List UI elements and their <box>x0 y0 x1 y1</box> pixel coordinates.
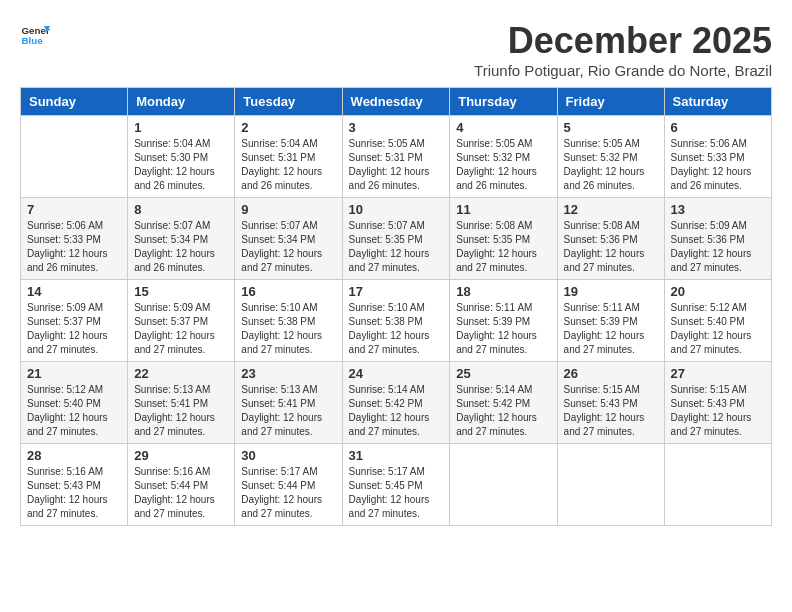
day-cell: 17Sunrise: 5:10 AM Sunset: 5:38 PM Dayli… <box>342 280 450 362</box>
day-number: 7 <box>27 202 121 217</box>
day-number: 4 <box>456 120 550 135</box>
day-cell: 30Sunrise: 5:17 AM Sunset: 5:44 PM Dayli… <box>235 444 342 526</box>
day-number: 18 <box>456 284 550 299</box>
weekday-header-friday: Friday <box>557 88 664 116</box>
month-title: December 2025 <box>474 20 772 62</box>
day-number: 26 <box>564 366 658 381</box>
day-info: Sunrise: 5:07 AM Sunset: 5:35 PM Dayligh… <box>349 219 444 275</box>
day-info: Sunrise: 5:14 AM Sunset: 5:42 PM Dayligh… <box>349 383 444 439</box>
day-info: Sunrise: 5:05 AM Sunset: 5:32 PM Dayligh… <box>564 137 658 193</box>
day-number: 8 <box>134 202 228 217</box>
day-cell: 13Sunrise: 5:09 AM Sunset: 5:36 PM Dayli… <box>664 198 771 280</box>
day-number: 1 <box>134 120 228 135</box>
day-number: 20 <box>671 284 765 299</box>
day-number: 28 <box>27 448 121 463</box>
day-cell: 16Sunrise: 5:10 AM Sunset: 5:38 PM Dayli… <box>235 280 342 362</box>
day-info: Sunrise: 5:10 AM Sunset: 5:38 PM Dayligh… <box>241 301 335 357</box>
day-info: Sunrise: 5:15 AM Sunset: 5:43 PM Dayligh… <box>564 383 658 439</box>
day-cell <box>664 444 771 526</box>
day-number: 19 <box>564 284 658 299</box>
day-number: 11 <box>456 202 550 217</box>
day-cell: 12Sunrise: 5:08 AM Sunset: 5:36 PM Dayli… <box>557 198 664 280</box>
day-info: Sunrise: 5:08 AM Sunset: 5:36 PM Dayligh… <box>564 219 658 275</box>
day-cell <box>21 116 128 198</box>
day-info: Sunrise: 5:08 AM Sunset: 5:35 PM Dayligh… <box>456 219 550 275</box>
day-cell: 26Sunrise: 5:15 AM Sunset: 5:43 PM Dayli… <box>557 362 664 444</box>
day-number: 5 <box>564 120 658 135</box>
day-number: 23 <box>241 366 335 381</box>
day-info: Sunrise: 5:05 AM Sunset: 5:31 PM Dayligh… <box>349 137 444 193</box>
weekday-header-row: SundayMondayTuesdayWednesdayThursdayFrid… <box>21 88 772 116</box>
day-cell: 31Sunrise: 5:17 AM Sunset: 5:45 PM Dayli… <box>342 444 450 526</box>
svg-text:Blue: Blue <box>22 35 44 46</box>
day-cell: 23Sunrise: 5:13 AM Sunset: 5:41 PM Dayli… <box>235 362 342 444</box>
day-cell: 9Sunrise: 5:07 AM Sunset: 5:34 PM Daylig… <box>235 198 342 280</box>
day-info: Sunrise: 5:09 AM Sunset: 5:37 PM Dayligh… <box>27 301 121 357</box>
day-cell: 14Sunrise: 5:09 AM Sunset: 5:37 PM Dayli… <box>21 280 128 362</box>
day-info: Sunrise: 5:13 AM Sunset: 5:41 PM Dayligh… <box>241 383 335 439</box>
week-row-3: 14Sunrise: 5:09 AM Sunset: 5:37 PM Dayli… <box>21 280 772 362</box>
day-info: Sunrise: 5:14 AM Sunset: 5:42 PM Dayligh… <box>456 383 550 439</box>
day-cell: 8Sunrise: 5:07 AM Sunset: 5:34 PM Daylig… <box>128 198 235 280</box>
day-cell: 19Sunrise: 5:11 AM Sunset: 5:39 PM Dayli… <box>557 280 664 362</box>
day-cell: 24Sunrise: 5:14 AM Sunset: 5:42 PM Dayli… <box>342 362 450 444</box>
day-info: Sunrise: 5:12 AM Sunset: 5:40 PM Dayligh… <box>27 383 121 439</box>
logo-icon: General Blue <box>20 20 50 50</box>
day-cell: 6Sunrise: 5:06 AM Sunset: 5:33 PM Daylig… <box>664 116 771 198</box>
day-number: 12 <box>564 202 658 217</box>
day-cell <box>450 444 557 526</box>
day-info: Sunrise: 5:07 AM Sunset: 5:34 PM Dayligh… <box>134 219 228 275</box>
day-number: 6 <box>671 120 765 135</box>
day-cell: 25Sunrise: 5:14 AM Sunset: 5:42 PM Dayli… <box>450 362 557 444</box>
day-info: Sunrise: 5:05 AM Sunset: 5:32 PM Dayligh… <box>456 137 550 193</box>
day-info: Sunrise: 5:07 AM Sunset: 5:34 PM Dayligh… <box>241 219 335 275</box>
calendar-table: SundayMondayTuesdayWednesdayThursdayFrid… <box>20 87 772 526</box>
weekday-header-wednesday: Wednesday <box>342 88 450 116</box>
day-number: 15 <box>134 284 228 299</box>
day-cell: 3Sunrise: 5:05 AM Sunset: 5:31 PM Daylig… <box>342 116 450 198</box>
day-number: 24 <box>349 366 444 381</box>
day-info: Sunrise: 5:09 AM Sunset: 5:36 PM Dayligh… <box>671 219 765 275</box>
day-info: Sunrise: 5:09 AM Sunset: 5:37 PM Dayligh… <box>134 301 228 357</box>
day-cell: 5Sunrise: 5:05 AM Sunset: 5:32 PM Daylig… <box>557 116 664 198</box>
day-info: Sunrise: 5:17 AM Sunset: 5:44 PM Dayligh… <box>241 465 335 521</box>
day-number: 16 <box>241 284 335 299</box>
day-info: Sunrise: 5:04 AM Sunset: 5:31 PM Dayligh… <box>241 137 335 193</box>
week-row-1: 1Sunrise: 5:04 AM Sunset: 5:30 PM Daylig… <box>21 116 772 198</box>
day-cell: 7Sunrise: 5:06 AM Sunset: 5:33 PM Daylig… <box>21 198 128 280</box>
day-info: Sunrise: 5:17 AM Sunset: 5:45 PM Dayligh… <box>349 465 444 521</box>
weekday-header-saturday: Saturday <box>664 88 771 116</box>
day-info: Sunrise: 5:10 AM Sunset: 5:38 PM Dayligh… <box>349 301 444 357</box>
day-cell: 2Sunrise: 5:04 AM Sunset: 5:31 PM Daylig… <box>235 116 342 198</box>
day-cell: 21Sunrise: 5:12 AM Sunset: 5:40 PM Dayli… <box>21 362 128 444</box>
day-info: Sunrise: 5:06 AM Sunset: 5:33 PM Dayligh… <box>671 137 765 193</box>
week-row-5: 28Sunrise: 5:16 AM Sunset: 5:43 PM Dayli… <box>21 444 772 526</box>
day-info: Sunrise: 5:16 AM Sunset: 5:43 PM Dayligh… <box>27 465 121 521</box>
day-cell: 29Sunrise: 5:16 AM Sunset: 5:44 PM Dayli… <box>128 444 235 526</box>
day-info: Sunrise: 5:13 AM Sunset: 5:41 PM Dayligh… <box>134 383 228 439</box>
day-cell <box>557 444 664 526</box>
page-header: General Blue December 2025 Triunfo Potig… <box>20 20 772 79</box>
day-cell: 18Sunrise: 5:11 AM Sunset: 5:39 PM Dayli… <box>450 280 557 362</box>
day-cell: 22Sunrise: 5:13 AM Sunset: 5:41 PM Dayli… <box>128 362 235 444</box>
day-info: Sunrise: 5:11 AM Sunset: 5:39 PM Dayligh… <box>456 301 550 357</box>
day-number: 30 <box>241 448 335 463</box>
day-info: Sunrise: 5:15 AM Sunset: 5:43 PM Dayligh… <box>671 383 765 439</box>
day-number: 17 <box>349 284 444 299</box>
day-cell: 20Sunrise: 5:12 AM Sunset: 5:40 PM Dayli… <box>664 280 771 362</box>
location-subtitle: Triunfo Potiguar, Rio Grande do Norte, B… <box>474 62 772 79</box>
day-cell: 11Sunrise: 5:08 AM Sunset: 5:35 PM Dayli… <box>450 198 557 280</box>
weekday-header-tuesday: Tuesday <box>235 88 342 116</box>
day-cell: 1Sunrise: 5:04 AM Sunset: 5:30 PM Daylig… <box>128 116 235 198</box>
title-area: December 2025 Triunfo Potiguar, Rio Gran… <box>474 20 772 79</box>
logo: General Blue <box>20 20 54 50</box>
day-cell: 27Sunrise: 5:15 AM Sunset: 5:43 PM Dayli… <box>664 362 771 444</box>
day-info: Sunrise: 5:11 AM Sunset: 5:39 PM Dayligh… <box>564 301 658 357</box>
day-info: Sunrise: 5:06 AM Sunset: 5:33 PM Dayligh… <box>27 219 121 275</box>
day-number: 22 <box>134 366 228 381</box>
weekday-header-monday: Monday <box>128 88 235 116</box>
day-number: 31 <box>349 448 444 463</box>
weekday-header-sunday: Sunday <box>21 88 128 116</box>
day-cell: 4Sunrise: 5:05 AM Sunset: 5:32 PM Daylig… <box>450 116 557 198</box>
day-number: 2 <box>241 120 335 135</box>
